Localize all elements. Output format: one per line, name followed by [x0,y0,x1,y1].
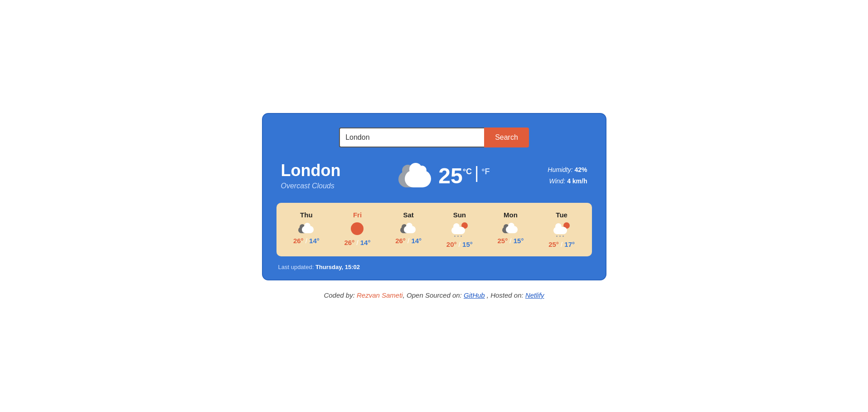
forecast-day-label: Thu [300,211,313,219]
forecast-day-tue: Tue 25° / 17° [541,211,582,248]
forecast-day-label: Sun [453,211,466,219]
wind-value: 4 km/h [567,177,587,185]
forecast-icon [502,222,519,233]
github-link[interactable]: GitHub [464,291,485,299]
cloud-dark-icon [298,222,315,233]
forecast-icon [400,222,417,233]
temp-unit-divider: | [475,163,479,182]
forecast-temp-range: 25° / 15° [498,237,524,245]
forecast-icon [553,222,570,237]
snow-row [556,235,564,237]
temp-unit-f: °F [481,167,490,177]
sun-icon [351,222,364,235]
forecast-icon [351,222,364,235]
forecast-day-label: Fri [353,211,362,219]
forecast-day-mon: Mon 25° / 15° [490,211,531,248]
temp-low: 14° [411,237,422,245]
snow-dot [457,235,459,237]
snow-dot [559,235,561,237]
snow-dot [563,235,564,237]
cloud-snow-sun-icon [451,222,468,237]
app-container: Search London Overcast Clouds 25°C | °F [262,113,606,299]
forecast-day-label: Tue [556,211,567,219]
humidity-value: 42% [574,166,587,173]
cloud-front [404,226,416,233]
last-updated-value: Thursday, 15:02 [315,264,360,270]
cloud-snow-sun-icon [553,222,570,237]
forecast-day-label: Sat [403,211,413,219]
weather-stats: Humidty: 42% Wind: 4 km/h [548,164,587,187]
humidity-row: Humidty: 42% [548,164,587,176]
temp-high: 26° [395,237,406,245]
footer: Coded by: Rezvan Sameti, Open Sourced on… [262,291,606,299]
forecast-icon [298,222,315,233]
forecast-day-sat: Sat 26° / 14° [388,211,429,248]
forecast-day-sun: Sun 20° / 15° [439,211,480,248]
open-source-label: , Open Sourced on: [403,291,464,299]
forecast-icon [451,222,468,237]
cloud-dark-icon [400,222,417,233]
wind-row: Wind: 4 km/h [548,176,587,187]
cloud-front [506,226,518,233]
forecast-day-fri: Fri26° / 14° [337,211,378,248]
last-updated: Last updated: Thursday, 15:02 [276,264,592,270]
cloud-front-layer [405,170,431,187]
weather-description: Overcast Clouds [281,182,341,190]
weather-card: Search London Overcast Clouds 25°C | °F [262,113,606,280]
temp-unit-c: °C [463,167,472,177]
current-weather: London Overcast Clouds 25°C | °F Humidty… [276,161,592,190]
forecast-temp-range: 25° / 17° [548,240,575,248]
coder-name: Rezvan Sameti [357,291,403,299]
forecast-temp-range: 26° / 14° [395,237,422,245]
cloud-front [302,226,314,233]
netlify-link[interactable]: Netlify [525,291,544,299]
temp-low: 17° [564,240,575,248]
temp-high: 26° [344,239,355,246]
snow-dot [454,235,456,237]
temp-low: 15° [462,240,473,248]
humidity-label: Humidty: [548,166,572,173]
temp-low: 14° [309,237,320,245]
temp-value: 25 [438,163,462,188]
hosted-label: , Hosted on: [485,291,525,299]
temperature-display: 25°C | °F [438,163,490,188]
temp-high: 25° [548,240,559,248]
search-input[interactable] [339,128,484,147]
forecast-day-label: Mon [504,211,518,219]
temp-low: 14° [360,239,371,246]
temp-high: 20° [446,240,457,248]
cloud-body [553,227,567,234]
wind-label: Wind: [549,177,566,185]
forecast-temp-range: 26° / 14° [344,239,371,246]
coded-by-label: Coded by: [324,291,357,299]
cloud-dark-icon [502,222,519,233]
weather-icon-temp: 25°C | °F [398,163,490,188]
snow-row [454,235,462,237]
temp-high: 25° [498,237,508,245]
last-updated-prefix: Last updated: [278,264,315,270]
weather-icon-large [398,164,431,187]
cloud-body [451,227,465,234]
forecast-temp-range: 26° / 14° [293,237,320,245]
search-button[interactable]: Search [484,128,529,147]
snow-dot [461,235,462,237]
temp-high: 26° [293,237,304,245]
forecast-day-thu: Thu 26° / 14° [286,211,327,248]
city-info: London Overcast Clouds [281,161,341,190]
forecast-strip: Thu 26° / 14°Fri26° / 14°Sat 26° / 14°Su… [276,203,592,256]
snow-dot [556,235,558,237]
forecast-temp-range: 20° / 15° [446,240,473,248]
city-name: London [281,161,341,180]
temp-low: 15° [514,237,524,245]
search-row: Search [276,128,592,147]
